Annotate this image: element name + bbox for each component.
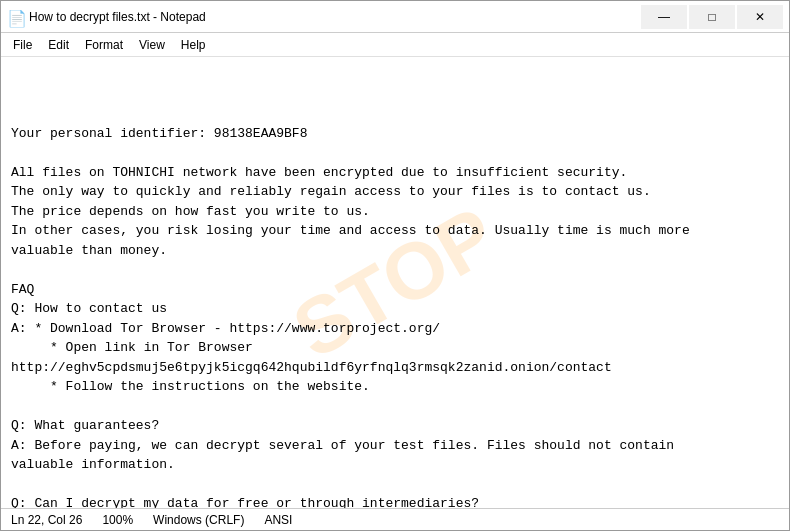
menu-bar: File Edit Format View Help: [1, 33, 789, 57]
status-position: Ln 22, Col 26: [11, 513, 82, 527]
text-content[interactable]: Your personal identifier: 98138EAA9BF8 A…: [11, 124, 779, 509]
status-encoding: ANSI: [264, 513, 292, 527]
notepad-window: 📄 How to decrypt files.txt - Notepad — □…: [0, 0, 790, 531]
window-title: How to decrypt files.txt - Notepad: [29, 10, 206, 24]
title-bar: 📄 How to decrypt files.txt - Notepad — □…: [1, 1, 789, 33]
app-icon: 📄: [7, 9, 23, 25]
title-bar-controls: — □ ✕: [641, 5, 783, 29]
menu-help[interactable]: Help: [173, 36, 214, 54]
status-line-ending: Windows (CRLF): [153, 513, 244, 527]
status-zoom: 100%: [102, 513, 133, 527]
text-editor[interactable]: STOP Your personal identifier: 98138EAA9…: [1, 57, 789, 508]
status-bar: Ln 22, Col 26 100% Windows (CRLF) ANSI: [1, 508, 789, 530]
maximize-button[interactable]: □: [689, 5, 735, 29]
minimize-button[interactable]: —: [641, 5, 687, 29]
title-bar-left: 📄 How to decrypt files.txt - Notepad: [7, 9, 206, 25]
menu-format[interactable]: Format: [77, 36, 131, 54]
menu-edit[interactable]: Edit: [40, 36, 77, 54]
menu-view[interactable]: View: [131, 36, 173, 54]
close-button[interactable]: ✕: [737, 5, 783, 29]
menu-file[interactable]: File: [5, 36, 40, 54]
